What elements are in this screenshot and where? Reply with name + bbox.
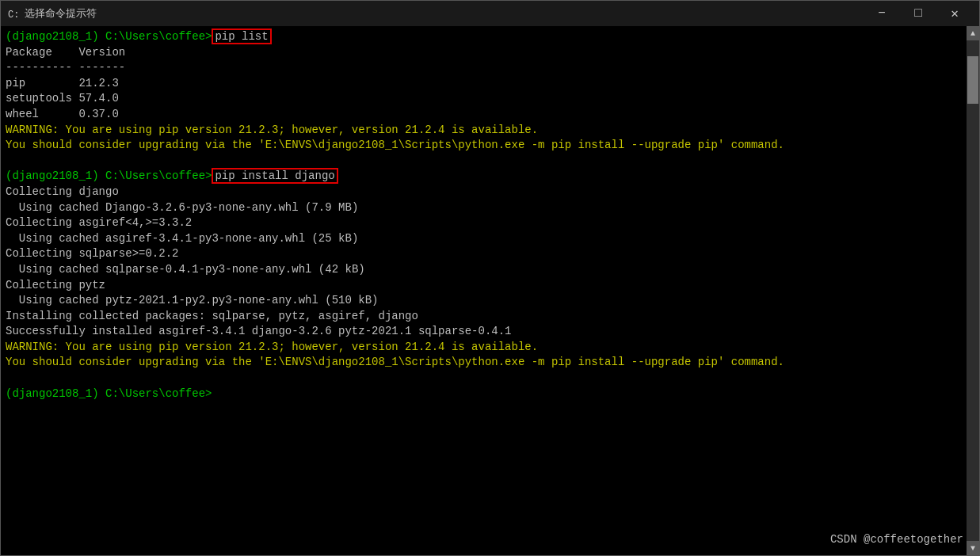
- minimize-button[interactable]: −: [864, 1, 900, 26]
- svg-text:C:: C:: [8, 10, 19, 20]
- maximize-button[interactable]: □: [900, 1, 936, 26]
- title-bar-left: C: 选择命令提示符: [7, 6, 97, 21]
- scrollbar-thumb[interactable]: [967, 56, 978, 104]
- scrollbar-up-button[interactable]: ▲: [967, 26, 979, 40]
- title-text: 选择命令提示符: [25, 6, 97, 21]
- scrollbar-down-button[interactable]: ▼: [967, 541, 979, 555]
- window: C: 选择命令提示符 − □ ✕ (django2108_1) C:\Users…: [0, 0, 980, 556]
- close-button[interactable]: ✕: [936, 1, 973, 26]
- cmd-icon: C:: [7, 7, 20, 20]
- title-buttons: − □ ✕: [864, 1, 973, 26]
- scrollbar[interactable]: ▲ ▼: [967, 26, 979, 555]
- content-area: (django2108_1) C:\Users\coffee>pip list …: [1, 26, 979, 555]
- terminal-wrapper: (django2108_1) C:\Users\coffee>pip list …: [1, 26, 979, 555]
- terminal[interactable]: (django2108_1) C:\Users\coffee>pip list …: [1, 26, 967, 555]
- title-bar: C: 选择命令提示符 − □ ✕: [1, 1, 979, 26]
- terminal-output: (django2108_1) C:\Users\coffee>pip list …: [6, 29, 962, 402]
- watermark: CSDN @coffeetogether: [830, 533, 963, 546]
